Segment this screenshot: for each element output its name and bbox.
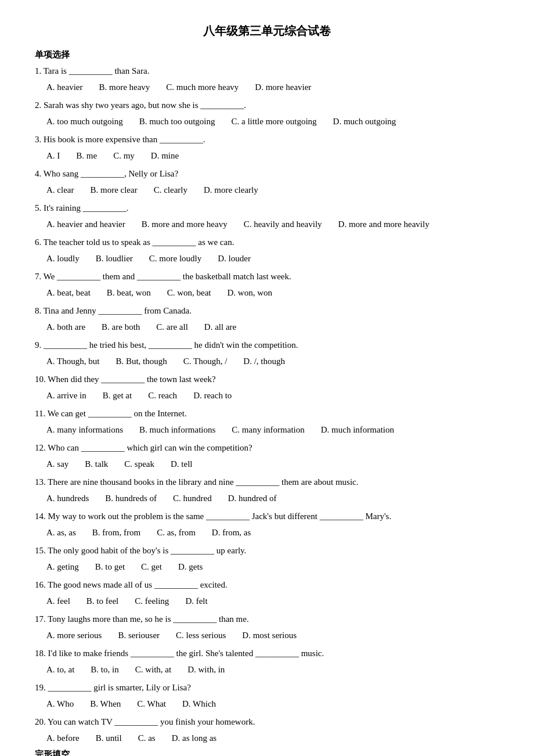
option-item: B. loudlier [96,251,133,267]
options-line: A. WhoB. WhenC. WhatD. Which [46,697,499,712]
options-line: A. too much outgoingB. much too outgoing… [46,114,499,129]
option-item: C. as, from [157,525,196,541]
question-text: 19. __________ girl is smarter, Lily or … [35,681,499,696]
options-line: A. getingB. to getC. getD. gets [46,560,499,575]
question-text: 10. When did they __________ the town la… [35,372,499,387]
question-text: 9. __________ he tried his best, _______… [35,338,499,353]
option-item: D. with, in [187,663,225,678]
option-item: B. more clear [90,183,137,198]
question-block: 3. His book is more expensive than _____… [35,132,499,163]
question-text: 16. The good news made all of us _______… [35,578,499,593]
option-item: D. most serious [242,628,297,643]
option-item: B. more and more heavy [142,217,228,232]
option-item: B. to feel [86,594,118,609]
question-text: 1. Tara is __________ than Sara. [35,64,499,79]
option-item: C. Though, / [183,354,228,369]
option-item: D. much outgoing [333,114,396,129]
option-item: D. more and more heavily [338,217,430,232]
option-item: A. I [46,149,60,164]
question-block: 5. It's raining __________.A. heavier an… [35,201,499,232]
option-item: C. feeling [135,594,169,609]
option-item: A. heavier and heavier [46,217,125,232]
option-item: D. hundred of [228,491,277,506]
option-item: A. Who [46,697,74,712]
question-block: 17. Tony laughs more than me, so he is _… [35,612,499,643]
question-text: 4. Who sang __________, Nelly or Lisa? [35,167,499,182]
option-item: C. are all [156,320,188,335]
question-block: 15. The only good habit of the boy's is … [35,543,499,574]
options-line: A. beforeB. untilC. asD. as long as [46,731,499,746]
question-block: 6. The teacher told us to speak as _____… [35,235,499,266]
question-text: 6. The teacher told us to speak as _____… [35,235,499,250]
option-item: D. reach to [193,388,232,404]
option-item: A. before [46,731,80,746]
option-item: A. clear [46,183,74,198]
question-text: 11. We can get __________ on the Interne… [35,406,499,422]
question-text: 17. Tony laughs more than me, so he is _… [35,612,499,627]
question-block: 16. The good news made all of us _______… [35,578,499,609]
question-text: 8. Tina and Jenny __________ from Canada… [35,304,499,319]
option-item: C. heavily and heavily [244,217,322,232]
option-item: B. But, though [116,354,167,369]
options-line: A. more seriousB. seriouserC. less serio… [46,628,499,643]
option-item: C. many information [232,423,304,438]
option-item: D. all are [204,320,236,335]
question-text: 12. Who can __________ which girl can wi… [35,441,499,456]
option-item: C. speak [124,457,154,472]
options-line: A. feelB. to feelC. feelingD. felt [46,594,499,609]
question-text: 3. His book is more expensive than _____… [35,132,499,147]
option-item: A. say [46,457,68,472]
options-line: A. both areB. are bothC. are allD. all a… [46,320,499,335]
page-title: 八年级第三单元综合试卷 [35,23,499,39]
option-item: D. /, though [243,354,285,369]
option-item: B. When [90,697,121,712]
option-item: C. with, at [135,663,172,678]
question-block: 13. There are nine thousand books in the… [35,475,499,506]
option-item: B. from, from [92,525,140,541]
question-text: 2. Sarah was shy two years ago, but now … [35,98,499,113]
option-item: A. feel [46,594,70,609]
option-item: C. a little more outgoing [232,114,317,129]
question-text: 20. You can watch TV __________ you fini… [35,715,499,730]
option-item: C. hundred [173,491,212,506]
options-line: A. IB. meC. myD. mine [46,149,499,164]
option-item: D. as long as [172,731,217,746]
option-item: A. too much outgoing [46,114,123,129]
option-item: C. less serious [176,628,226,643]
option-item: B. to get [95,560,125,575]
option-item: B. to, in [91,663,118,678]
option-item: B. get at [103,388,132,404]
option-item: B. hundreds of [105,491,157,506]
question-text: 15. The only good habit of the boy's is … [35,543,499,559]
option-item: A. more serious [46,628,102,643]
option-item: B. more heavy [99,80,150,95]
question-block: 14. My way to work out the problem is th… [35,509,499,540]
question-block: 11. We can get __________ on the Interne… [35,406,499,437]
question-text: 7. We __________ them and __________ the… [35,269,499,285]
question-text: 18. I'd like to make friends __________ … [35,646,499,661]
option-item: B. talk [85,457,108,472]
option-item: D. gets [178,560,203,575]
question-text: 5. It's raining __________. [35,201,499,216]
options-line: A. heavierB. more heavyC. much more heav… [46,80,499,95]
option-item: C. as [138,731,156,746]
question-block: 8. Tina and Jenny __________ from Canada… [35,304,499,334]
option-item: B. are both [102,320,140,335]
question-block: 9. __________ he tried his best, _______… [35,338,499,369]
option-item: D. more heavier [255,80,311,95]
question-text: 13. There are nine thousand books in the… [35,475,499,490]
question-block: 20. You can watch TV __________ you fini… [35,715,499,746]
option-item: A. many informations [46,423,123,438]
option-item: D. tell [171,457,193,472]
option-item: C. my [113,149,135,164]
option-item: B. much too outgoing [139,114,215,129]
options-line: A. hundredsB. hundreds ofC. hundredD. hu… [46,491,499,506]
option-item: A. to, at [46,663,74,678]
option-item: D. Which [182,697,216,712]
option-item: A. heavier [46,80,82,95]
option-item: B. me [76,149,97,164]
options-line: A. to, atB. to, inC. with, atD. with, in [46,663,499,678]
question-block: 2. Sarah was shy two years ago, but now … [35,98,499,129]
options-line: A. arrive inB. get atC. reachD. reach to [46,388,499,404]
option-item: D. mine [151,149,179,164]
